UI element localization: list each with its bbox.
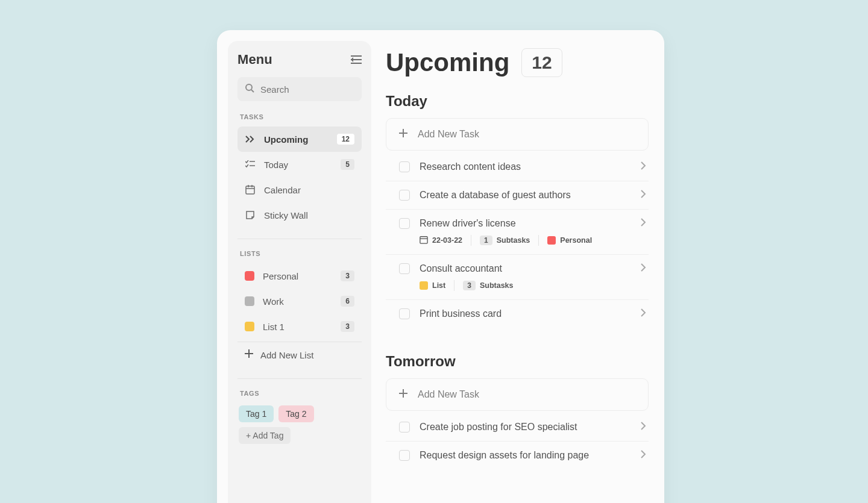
chevron-right-icon [640,308,646,319]
list-item-label: List 1 [263,322,332,332]
nav-item-label: Calendar [264,185,354,195]
task-checkbox[interactable] [399,308,410,319]
task-title: Renew driver's license [420,218,631,229]
task-title: Print business card [420,308,631,319]
tag-label: List [432,281,445,290]
task-date-text: 22-03-22 [432,236,462,245]
section-today: Today Add New Task Research content idea… [386,93,649,328]
task-row[interactable]: Research content ideas [386,153,649,181]
nav-item-upcoming[interactable]: Upcoming 12 [237,127,362,152]
lists-nav: Personal 3 Work 6 List 1 3 Add New List [237,263,362,367]
svg-rect-16 [420,236,427,243]
collapse-menu-icon[interactable] [351,55,362,64]
tags-row: Tag 1 Tag 2 + Add Tag [237,403,362,446]
search-box[interactable] [237,77,362,101]
nav-item-label: Today [264,160,332,170]
task-checkbox[interactable] [399,161,410,172]
task-tag: List [420,281,445,290]
tag-color [547,236,556,245]
plus-icon [398,128,408,140]
svg-rect-8 [246,186,254,194]
svg-rect-0 [351,55,362,57]
nav-item-calendar[interactable]: Calendar [237,177,362,202]
tag-color [420,281,428,290]
app-card: Menu TASKS Upcoming [217,30,664,503]
page-count: 12 [521,48,562,77]
chevron-right-icon [640,450,646,461]
section-tomorrow: Tomorrow Add New Task Create job posting… [386,353,649,469]
list-color [245,322,254,331]
plus-icon [245,349,253,360]
task-meta: List 3 Subtasks [399,280,646,291]
task-meta: 22-03-22 1 Subtasks Personal [399,235,646,246]
subtasks-label: Subtasks [497,236,530,245]
svg-line-5 [251,90,254,92]
task-checkbox[interactable] [399,422,410,433]
page-header: Upcoming 12 [386,48,649,77]
task-date: 22-03-22 [420,236,462,246]
task-title: Create a database of guest authors [420,190,631,201]
list-item-list1[interactable]: List 1 3 [237,314,362,339]
svg-rect-2 [351,63,362,64]
nav-item-sticky-wall[interactable]: Sticky Wall [237,202,362,228]
add-task-button[interactable]: Add New Task [386,378,649,411]
task-title: Research content ideas [420,161,631,172]
separator [471,235,471,246]
subtasks-count: 3 [463,281,476,290]
task-checkbox[interactable] [399,218,410,229]
task-row[interactable]: Print business card [386,300,649,328]
chevron-right-icon [640,161,646,172]
separator [454,280,454,291]
list-item-count: 3 [341,321,354,332]
task-checkbox[interactable] [399,450,410,461]
list-item-count: 6 [341,296,354,307]
double-chevron-right-icon [245,134,256,145]
list-item-personal[interactable]: Personal 3 [237,263,362,289]
chevron-right-icon [640,422,646,433]
tag-pill-1[interactable]: Tag 1 [239,405,274,422]
calendar-icon [420,236,428,246]
sidebar-title: Menu [237,52,272,67]
task-row[interactable]: Renew driver's license 22-03-22 1 Subtas… [386,210,649,255]
svg-marker-3 [351,57,353,62]
add-list-label: Add New List [260,350,313,360]
task-checkbox[interactable] [399,263,410,274]
list-item-label: Work [263,296,332,307]
tag-label: Personal [560,236,592,245]
list-item-work[interactable]: Work 6 [237,289,362,314]
nav-item-count: 5 [341,159,354,170]
divider [237,378,362,379]
tags-section-label: TAGS [240,390,359,397]
nav-item-today[interactable]: Today 5 [237,152,362,177]
subtasks-label: Subtasks [480,281,514,290]
task-row[interactable]: Consult accountant List 3 Subtasks [386,255,649,300]
list-color [245,271,254,281]
calendar-icon [245,184,256,195]
sidebar: Menu TASKS Upcoming [228,41,371,503]
chevron-right-icon [640,263,646,274]
add-task-button[interactable]: Add New Task [386,118,649,151]
sticky-note-icon [245,210,256,220]
tasks-nav: Upcoming 12 Today 5 Calendar St [237,127,362,228]
main: Upcoming 12 Today Add New Task Research … [371,41,652,503]
chevron-right-icon [640,190,646,201]
search-input[interactable] [260,84,354,95]
sidebar-header: Menu [237,52,362,67]
task-title: Request design assets for landing page [420,450,631,461]
task-row[interactable]: Request design assets for landing page [386,442,649,469]
list-color [245,296,254,306]
tag-pill-2[interactable]: Tag 2 [278,405,313,422]
nav-item-count: 12 [337,134,354,145]
section-heading: Tomorrow [386,353,649,370]
task-tag: Personal [547,236,592,245]
separator [538,235,539,246]
add-tag-button[interactable]: + Add Tag [239,427,291,444]
task-row[interactable]: Create job posting for SEO specialist [386,413,649,442]
add-list-button[interactable]: Add New List [237,342,362,367]
task-subtasks: 1 Subtasks [480,236,530,245]
task-row[interactable]: Create a database of guest authors [386,181,649,210]
list-item-label: Personal [263,271,332,281]
nav-item-label: Upcoming [264,134,329,145]
task-checkbox[interactable] [399,190,410,201]
task-subtasks: 3 Subtasks [463,281,513,290]
